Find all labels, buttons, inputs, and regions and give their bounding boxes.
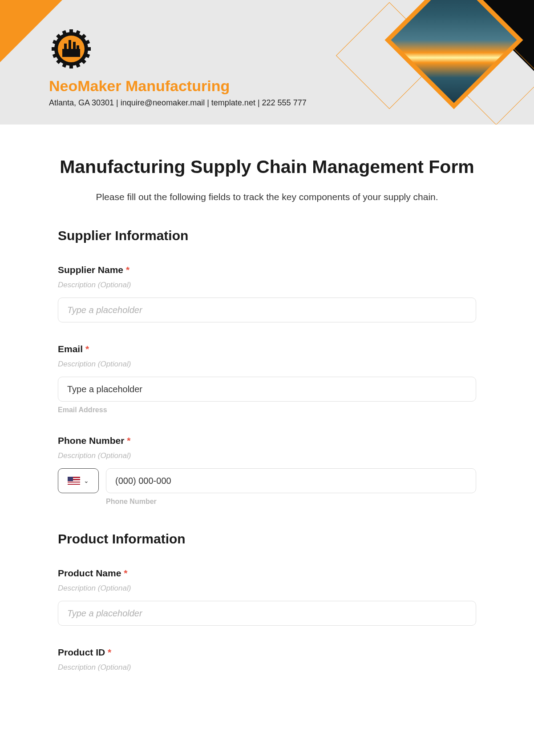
sublabel-phone: Phone Number xyxy=(106,498,476,506)
field-phone: Phone Number * Description (Optional) ⌄ … xyxy=(58,435,476,506)
field-product-id: Product ID * Description (Optional) xyxy=(58,647,476,672)
flag-us-icon xyxy=(68,477,80,485)
form-subtitle: Please fill out the following fields to … xyxy=(58,192,476,202)
desc-product-id[interactable]: Description (Optional) xyxy=(58,663,476,672)
svg-rect-22 xyxy=(77,45,79,50)
field-email: Email * Description (Optional) Email Add… xyxy=(58,344,476,414)
label-email: Email * xyxy=(58,344,476,354)
svg-rect-20 xyxy=(69,40,71,50)
decorative-triangle-left xyxy=(0,0,62,62)
decorative-diamond-group xyxy=(365,0,516,98)
contact-line: Atlanta, GA 30301 | inquire@neomaker.mai… xyxy=(49,98,485,108)
svg-rect-18 xyxy=(62,49,80,57)
input-supplier-name[interactable] xyxy=(58,298,476,322)
form-content: Manufacturing Supply Chain Management Fo… xyxy=(0,125,534,690)
desc-product-name[interactable]: Description (Optional) xyxy=(58,584,476,593)
header-banner: NeoMaker Manufacturing Atlanta, GA 30301… xyxy=(0,0,534,125)
sublabel-email: Email Address xyxy=(58,406,476,414)
svg-rect-19 xyxy=(64,44,67,50)
input-phone[interactable] xyxy=(106,468,476,493)
country-code-selector[interactable]: ⌄ xyxy=(58,468,99,493)
label-product-name: Product Name * xyxy=(58,568,476,579)
label-phone: Phone Number * xyxy=(58,435,476,446)
svg-rect-5 xyxy=(85,47,91,51)
chevron-down-icon: ⌄ xyxy=(84,477,89,484)
svg-rect-21 xyxy=(73,42,76,50)
label-supplier-name: Supplier Name * xyxy=(58,265,476,275)
form-title: Manufacturing Supply Chain Management Fo… xyxy=(58,156,476,178)
field-product-name: Product Name * Description (Optional) xyxy=(58,568,476,626)
desc-email[interactable]: Description (Optional) xyxy=(58,360,476,369)
desc-supplier-name[interactable]: Description (Optional) xyxy=(58,281,476,290)
svg-rect-3 xyxy=(69,63,73,68)
input-email[interactable] xyxy=(58,377,476,402)
label-product-id: Product ID * xyxy=(58,647,476,658)
field-supplier-name: Supplier Name * Description (Optional) xyxy=(58,265,476,322)
section-product-heading: Product Information xyxy=(58,531,476,547)
svg-rect-2 xyxy=(69,29,73,35)
section-supplier-heading: Supplier Information xyxy=(58,228,476,243)
input-product-name[interactable] xyxy=(58,601,476,626)
desc-phone[interactable]: Description (Optional) xyxy=(58,451,476,460)
